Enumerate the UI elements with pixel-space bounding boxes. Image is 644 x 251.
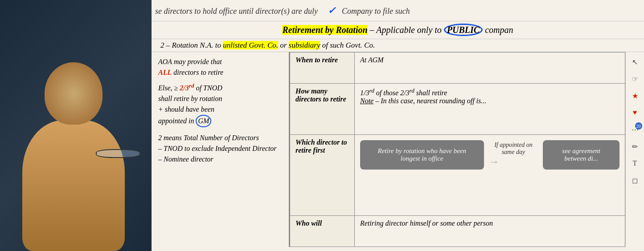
- left-tnod-note: 2 means Total Number of Directors: [158, 133, 282, 143]
- pointer-icon[interactable]: ☞: [627, 71, 643, 87]
- shape-icon[interactable]: ◻: [627, 172, 643, 188]
- left-panel: AOA may provide that ALL directors to re…: [152, 52, 290, 247]
- camera-section: [0, 0, 152, 251]
- brush-icon[interactable]: ✏: [627, 138, 643, 154]
- subtitle-text: – Rotation N.A. to: [166, 41, 223, 49]
- if-same-day-text: If appointed on same day: [488, 142, 539, 156]
- left-line4: shall retire by rotation: [158, 93, 282, 104]
- whowill-label: Who will: [290, 215, 355, 247]
- when-label: When to retire: [290, 53, 355, 84]
- left-line2: ALL directors to retire: [158, 67, 282, 78]
- gm-circle: GM: [196, 115, 211, 127]
- retirement-suffix: compan: [485, 25, 513, 35]
- left-exclude-note: – TNOD to exclude Independent Director: [158, 143, 282, 154]
- table-row-which: Which director to retire first Retire by…: [290, 134, 625, 215]
- retirement-banner: Retirement by Rotation – Applicable only…: [152, 21, 644, 39]
- howmany-main: 1/3rd of those 2/3rd shall retire: [360, 89, 447, 97]
- person-head: [45, 62, 103, 125]
- which-label: Which director to retire first: [290, 134, 355, 215]
- person-body: [22, 120, 125, 251]
- blue-check-icon: ✓: [328, 5, 336, 16]
- subtitle-highlight1: unlisted Govt. Co.: [223, 41, 278, 49]
- two-thirds-text: 2/3rd: [180, 84, 194, 92]
- main-container: se directors to hold office until direct…: [0, 0, 644, 251]
- cursor-icon[interactable]: ↖: [627, 54, 643, 70]
- table-row-howmany: How many directors to retire 1/3rd of th…: [290, 84, 625, 135]
- left-line5: + should have been: [158, 104, 282, 115]
- subtitle-line: 2 – Rotation N.A. to unlisted Govt. Co. …: [152, 39, 644, 52]
- left-line1: AOA may provide that: [158, 57, 282, 67]
- content-section: se directors to hold office until direct…: [152, 0, 644, 251]
- right-toolbar: ↖ ☞ ★ ♥ ⋯ 20 ✏ T ◻: [625, 52, 644, 247]
- arrow-between-boxes: If appointed on same day →: [488, 142, 539, 168]
- table-row-whowill: Who will Retiring director himself or so…: [290, 215, 625, 247]
- retirement-label: Retirement by Rotation: [282, 25, 367, 35]
- subtitle-end: of such Govt. Co.: [322, 41, 375, 49]
- main-table: When to retire At AGM How many directors…: [290, 52, 625, 247]
- grey-box-container: Retire by rotation who have been longest…: [360, 138, 619, 171]
- top-bar-main: se directors to hold office until direct…: [155, 7, 318, 16]
- all-text: ALL: [158, 69, 172, 76]
- howmany-label: How many directors to retire: [290, 84, 355, 135]
- text-icon[interactable]: T: [627, 155, 643, 171]
- star-icon[interactable]: ★: [627, 88, 643, 104]
- right-arrow-icon: →: [488, 156, 539, 168]
- left-line6: appointed in GM: [158, 115, 282, 127]
- badge-count: 20: [635, 122, 642, 130]
- which-value: Retire by rotation who have been longest…: [355, 134, 625, 215]
- subtitle-number: 2: [160, 41, 164, 49]
- table-section: When to retire At AGM How many directors…: [290, 52, 625, 247]
- table-row-when: When to retire At AGM: [290, 53, 625, 84]
- howmany-value: 1/3rd of those 2/3rd shall retire Note –…: [355, 84, 625, 135]
- left-nominee-note: – Nominee director: [158, 154, 282, 165]
- retirement-dash: – Applicable only to: [370, 25, 444, 35]
- more-icon-wrap: ⋯ 20: [627, 121, 643, 138]
- see-agreement-box: see agreement between di...: [543, 140, 619, 170]
- top-bar-company: Company to file such: [342, 7, 410, 16]
- top-bar: se directors to hold office until direct…: [152, 0, 644, 21]
- when-value: At AGM: [355, 53, 625, 84]
- retire-by-rotation-box: Retire by rotation who have been longest…: [360, 140, 484, 170]
- subtitle-highlight2: subsidiary: [289, 41, 320, 49]
- whowill-value: Retiring director himself or some other …: [355, 215, 625, 247]
- heart-icon[interactable]: ♥: [627, 105, 643, 121]
- howmany-note: Note – In this case, nearest rounding of…: [360, 97, 486, 105]
- main-content: AOA may provide that ALL directors to re…: [152, 52, 644, 247]
- person-glasses: [96, 149, 140, 158]
- left-line3: Else, ≥ 2/3rd of TNOD: [158, 81, 282, 93]
- top-bar-text: se directors to hold office until direct…: [155, 5, 410, 16]
- subtitle-middle: or: [280, 41, 288, 49]
- public-circle: PUBLIC: [444, 24, 483, 36]
